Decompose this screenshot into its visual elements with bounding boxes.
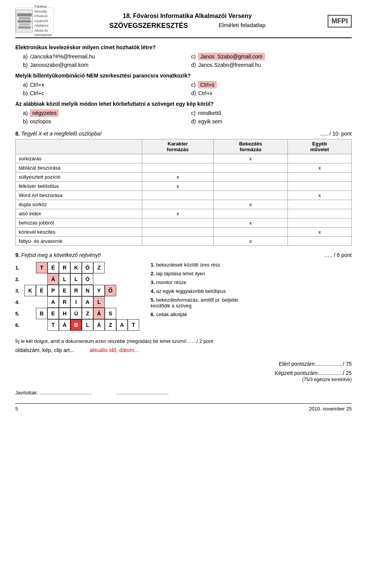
- subject-title: SZÖVEGSZERKESZTÉS: [109, 22, 188, 30]
- row-egyéb: [288, 154, 352, 163]
- cw-cell: Á: [47, 273, 59, 285]
- question-3-text: Az alábbiak közül melyik módon lehet kör…: [15, 101, 352, 107]
- cw-cell: É: [36, 285, 47, 296]
- row-bekezdés: [213, 228, 287, 237]
- sheet-type: Elméleti feladatlap: [219, 22, 266, 30]
- section-8-points: ….. / 10. pont: [320, 131, 352, 137]
- answer-3a-text: négyzetes: [30, 109, 59, 117]
- cw-cell: T: [128, 319, 139, 331]
- cw-cell: Á: [93, 308, 105, 319]
- school-logo: Farekas Müszály Fővárosi Gyakorló Általá…: [15, 8, 54, 34]
- answer-2a-label: a): [23, 82, 28, 88]
- table-row: körlevél készítés x: [16, 228, 352, 237]
- cw-cell: K: [70, 262, 82, 273]
- row-label: dupla sorköz: [16, 200, 142, 209]
- row-egyéb: [288, 237, 352, 246]
- row-karakter: x: [142, 209, 213, 218]
- row-karakter: [142, 163, 213, 173]
- answer-2d-text: Ctrl+v: [198, 90, 212, 96]
- answer-3b: b) oszlopos: [23, 118, 184, 124]
- elert-score: Elért pontszám:................../ 75: [15, 361, 352, 367]
- row-bekezdés: x: [213, 154, 287, 163]
- cw-cell: Ö: [82, 262, 93, 273]
- cw-cell: Z: [82, 308, 93, 319]
- question-2: Melyik billentyűkombináció NEM szerkeszt…: [15, 73, 352, 96]
- date-text: 2010. november 25: [309, 406, 352, 412]
- cw-cell: Á: [93, 319, 105, 331]
- col-header-bekezdés: Bekezdésformázás: [213, 139, 287, 154]
- cw-empty: [24, 308, 36, 319]
- question-3: Az alábbiak közül melyik módon lehet kör…: [15, 101, 352, 124]
- clue-6-num: 6.: [151, 312, 155, 317]
- kepzett-score: Képzett pontszám:................/ 25 (7…: [15, 370, 352, 382]
- page-container: Farekas Müszály Fővárosi Gyakorló Általá…: [0, 0, 367, 435]
- row-karakter: x: [142, 182, 213, 191]
- row-egyéb: x: [288, 191, 352, 200]
- row-karakter: x: [142, 173, 213, 182]
- cw-rownum-1: 1.: [15, 262, 23, 273]
- cw-cell: I: [70, 296, 82, 308]
- table-row: sorkizárás x: [16, 154, 352, 163]
- row-egyéb: [288, 209, 352, 218]
- question-2-answers: a) Ctrl+x c) Ctrl+s b) Ctrl+c d) Ctrl+v: [23, 81, 352, 96]
- cw-cell: L: [82, 319, 93, 331]
- clue-1-text: bekezdések közötti üres rész: [156, 262, 220, 268]
- kepzett-score-text: Képzett pontszám:................/ 25: [274, 370, 352, 376]
- answer-2a-text: Ctrl+x: [30, 82, 44, 88]
- row-bekezdés: x: [213, 200, 287, 209]
- cw-cell-special: B: [70, 319, 82, 331]
- section-8-header: 8. Tegyél X-et a megfelelő oszlopba! …..…: [15, 131, 352, 137]
- cw-empty: [36, 319, 47, 331]
- cw-empty: [36, 273, 47, 285]
- javitottak-section: Javítottak: ............................…: [15, 390, 352, 396]
- answer-3d-text: egyik sem: [198, 118, 222, 124]
- cw-cell: Y: [93, 285, 105, 296]
- section-9-number: 9.: [15, 252, 20, 258]
- row-bekezdés: [213, 182, 287, 191]
- answer-2b: b) Ctrl+c: [23, 90, 184, 96]
- row-bekezdés: [213, 173, 287, 182]
- clue-2: 2. lap tájolása lehet ilyen: [151, 271, 352, 276]
- table-row: Word Art beszúrása x: [16, 191, 352, 200]
- table-row: fattyú- és árvasorok x: [16, 237, 352, 246]
- cw-cell: S: [105, 308, 116, 319]
- row-karakter: [142, 200, 213, 209]
- table-row: alsó index x: [16, 209, 352, 218]
- cw-cell: T: [36, 262, 47, 273]
- answer-2b-text: Ctrl+c: [30, 90, 44, 96]
- clue-5-text: bekezdésformázás, amitől pl. beljebbkezd…: [151, 297, 238, 309]
- section-8-instruction: Tegyél X-et a megfelelő oszlopba!: [21, 131, 102, 137]
- cw-cell: Ó: [82, 273, 93, 285]
- answer-3a-label: a): [23, 110, 28, 116]
- col-header-karakter: Karakterformázás: [142, 139, 213, 154]
- answer-2d-label: d): [191, 90, 196, 96]
- clue-6: 6. cellák alkotják: [151, 312, 352, 317]
- answer-2c-label: c): [191, 82, 196, 88]
- answer-1b-text: Janosszabo@gmail.kom: [30, 62, 88, 68]
- footer-section: Írj le két dolgot, amit a dokumentum eze…: [15, 338, 352, 396]
- table-row: süllyesztett pozíció x: [16, 173, 352, 182]
- row-bekezdés: x: [213, 237, 287, 246]
- answer-1b-label: b): [23, 62, 28, 68]
- school-name: Farekas Müszály Fővárosi Gyakorló Általá…: [34, 4, 53, 38]
- col-header-item: [16, 139, 142, 154]
- row-bekezdés: [213, 191, 287, 200]
- row-karakter: [142, 237, 213, 246]
- row-karakter: [142, 191, 213, 200]
- row-egyéb: [288, 173, 352, 182]
- bottom-bar: 5 2010. november 25: [15, 403, 352, 412]
- cw-cell: Z: [93, 262, 105, 273]
- cw-rownum-5: 5.: [15, 308, 23, 319]
- row-label: alsó index: [16, 209, 142, 218]
- cw-rownum-6: 6.: [15, 319, 23, 331]
- cw-row-2: 2. Á L L Ó: [15, 273, 139, 285]
- answer-3c-label: c): [191, 110, 196, 116]
- header: Farekas Müszály Fővárosi Gyakorló Általá…: [15, 8, 352, 38]
- row-label: süllyesztett pozíció: [16, 173, 142, 182]
- answer-1d-text: Janos.Szabo@freemail.hu: [198, 62, 261, 68]
- cw-rownum-4: 4.: [15, 296, 23, 308]
- mfpi-logo-area: MFPI: [321, 15, 352, 27]
- row-label: félkövér betűstílus: [16, 182, 142, 191]
- cw-row-5: 5. B E H Ú Z Á S: [15, 308, 139, 319]
- section-8-title: 8. Tegyél X-et a megfelelő oszlopba!: [15, 131, 102, 137]
